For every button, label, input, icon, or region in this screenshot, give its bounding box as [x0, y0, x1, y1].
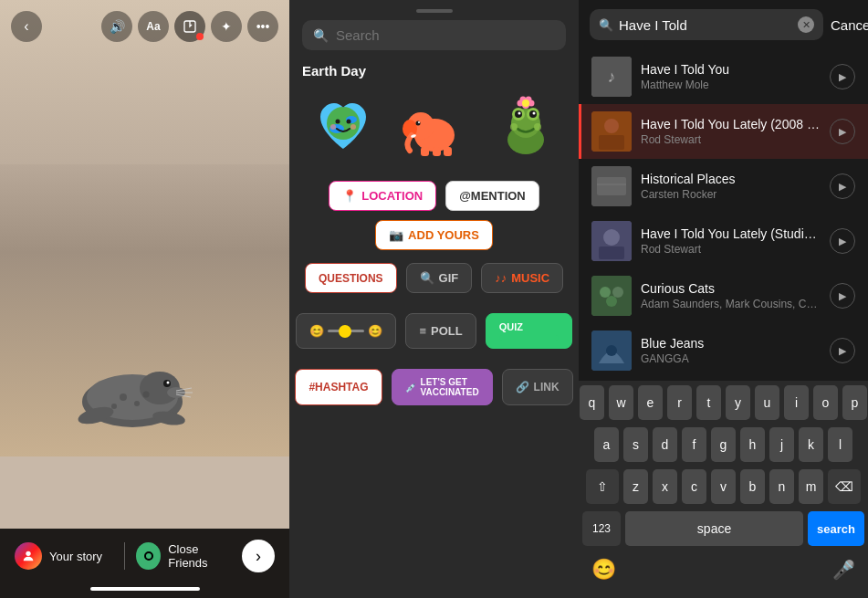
svg-point-39 [518, 112, 520, 115]
key-r[interactable]: r [667, 385, 692, 420]
play-button[interactable]: ▶ [830, 173, 855, 199]
space-key[interactable]: space [625, 511, 803, 546]
key-c[interactable]: c [682, 469, 706, 504]
song-title: Curious Cats [641, 281, 821, 296]
song-item[interactable]: Curious Cats Adam Saunders, Mark Cousins… [579, 268, 868, 323]
play-button[interactable]: ▶ [830, 283, 855, 309]
key-g[interactable]: g [711, 427, 736, 462]
text-tool-button[interactable]: Aa [138, 11, 169, 42]
hashtag-tag[interactable]: #HASHTAG [295, 369, 382, 405]
play-button[interactable]: ▶ [830, 119, 855, 144]
key-v[interactable]: v [711, 469, 736, 504]
sticker-search-bar[interactable]: 🔍 [302, 20, 566, 50]
add-yours-tag[interactable]: 📷 ADD YOURS [375, 220, 493, 250]
song-item[interactable]: ♪ Have I Told You Matthew Mole ▶ [579, 49, 868, 104]
delete-key[interactable]: ⌫ [828, 469, 861, 504]
song-item[interactable]: Blue Jeans GANGGA ▶ [579, 323, 868, 378]
music-search-box[interactable]: 🔍 ✕ [590, 9, 823, 40]
key-z[interactable]: z [623, 469, 648, 504]
song-item[interactable]: Have I Told You Lately (Studio Version R… [579, 214, 868, 268]
poll-tag[interactable]: ≡ POLL [405, 313, 476, 349]
svg-point-47 [510, 123, 518, 131]
song-title: Historical Places [641, 172, 821, 186]
key-x[interactable]: x [653, 469, 677, 504]
album-art [591, 276, 632, 316]
effects-tool-button[interactable]: ✦ [211, 11, 242, 42]
key-m[interactable]: m [799, 469, 823, 504]
play-button[interactable]: ▶ [830, 338, 855, 363]
play-button[interactable]: ▶ [830, 64, 855, 89]
sticker-tool-button[interactable] [174, 11, 205, 42]
location-tag[interactable]: 📍 LOCATION [329, 181, 436, 211]
song-item[interactable]: Have I Told You Lately (2008 Remaster) R… [579, 104, 868, 159]
key-e[interactable]: e [638, 385, 663, 420]
link-tag[interactable]: 🔗 LINK [502, 369, 573, 405]
key-w[interactable]: w [609, 385, 633, 420]
more-tool-button[interactable]: ••• [247, 11, 278, 42]
mention-tag[interactable]: @MENTION [445, 181, 539, 211]
shift-key[interactable]: ⇧ [586, 469, 619, 504]
key-k[interactable]: k [799, 427, 823, 462]
svg-point-11 [111, 404, 117, 409]
music-search-input[interactable] [619, 17, 792, 33]
key-i[interactable]: i [784, 385, 809, 420]
share-button[interactable]: › [242, 540, 275, 572]
key-y[interactable]: y [726, 385, 750, 420]
svg-point-9 [134, 401, 140, 406]
vaccinated-tag[interactable]: 💉 LET'S GET VACCINATED [392, 369, 493, 405]
key-a[interactable]: a [594, 427, 619, 462]
svg-point-40 [532, 112, 535, 115]
clear-button[interactable]: ✕ [798, 16, 814, 33]
back-button[interactable]: ‹ [11, 11, 42, 42]
story-creator-panel: ‹ 🔊 Aa ✦ ••• Your story [0, 0, 289, 598]
key-b[interactable]: b [740, 469, 765, 504]
slider-tag[interactable]: 😊 😊 [296, 313, 396, 349]
key-d[interactable]: d [653, 427, 677, 462]
divider [124, 542, 125, 570]
svg-point-63 [606, 296, 617, 307]
plant-sticker[interactable] [489, 89, 562, 163]
mic-key[interactable]: 🎤 [832, 559, 855, 581]
cancel-button[interactable]: Cancel [831, 17, 868, 33]
slider-inner: 😊 😊 [309, 324, 382, 338]
song-info: Have I Told You Lately (2008 Remaster) R… [641, 117, 821, 146]
quiz-tag[interactable]: QUIZ [486, 313, 572, 349]
questions-tag[interactable]: QUESTIONS [305, 263, 397, 293]
song-item[interactable]: Historical Places Carsten Rocker ▶ [579, 159, 868, 214]
song-info: Blue Jeans GANGGA [641, 336, 821, 365]
search-key[interactable]: search [808, 511, 864, 546]
music-icon: ♪♪ [495, 271, 507, 285]
key-t[interactable]: t [696, 385, 721, 420]
key-s[interactable]: s [623, 427, 648, 462]
key-o[interactable]: o [813, 385, 838, 420]
album-art [591, 166, 632, 206]
album-art [591, 330, 632, 371]
audio-tool-button[interactable]: 🔊 [101, 11, 132, 42]
search-icon: 🔍 [313, 28, 329, 43]
key-q[interactable]: q [580, 385, 604, 420]
location-label: LOCATION [361, 189, 423, 203]
gif-tag[interactable]: 🔍 GIF [406, 263, 473, 293]
key-f[interactable]: f [682, 427, 706, 462]
your-story-option[interactable]: Your story [15, 542, 113, 570]
svg-rect-30 [421, 147, 429, 156]
play-button[interactable]: ▶ [830, 228, 855, 254]
key-j[interactable]: j [769, 427, 794, 462]
numbers-key[interactable]: 123 [582, 511, 621, 546]
song-title: Blue Jeans [641, 336, 821, 351]
key-p[interactable]: p [842, 385, 867, 420]
key-l[interactable]: l [828, 427, 852, 462]
emoji-key[interactable]: 😊 [591, 558, 616, 582]
song-title: Have I Told You Lately (Studio Version R… [641, 226, 821, 241]
key-n[interactable]: n [769, 469, 794, 504]
close-friends-option[interactable]: Close Friends [136, 542, 235, 570]
sticker-search-input[interactable] [336, 27, 555, 43]
key-u[interactable]: u [755, 385, 779, 420]
svg-point-46 [522, 100, 529, 107]
earth-heart-sticker[interactable] [307, 89, 380, 163]
vaccinated-label: LET'S GET VACCINATED [421, 377, 479, 397]
key-h[interactable]: h [740, 427, 765, 462]
elephant-sticker[interactable] [398, 89, 471, 163]
music-tag[interactable]: ♪♪ MUSIC [481, 263, 563, 293]
section-title: Earth Day [289, 63, 579, 89]
